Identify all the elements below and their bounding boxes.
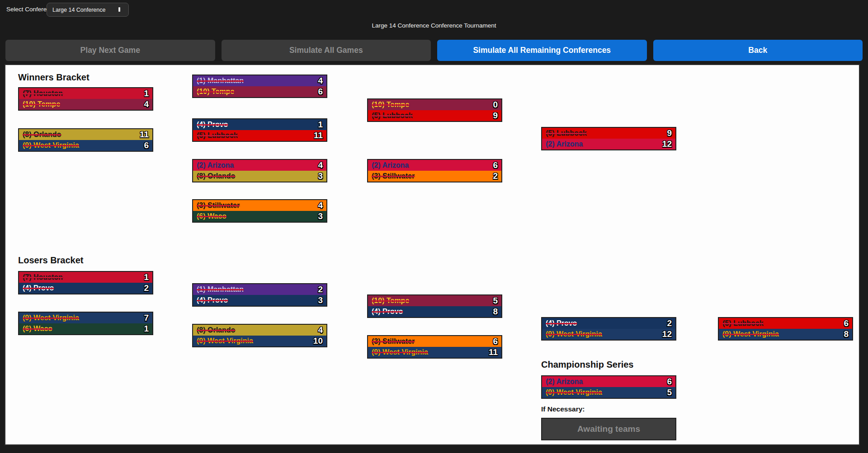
team-row: (5) Lubbock6 <box>719 318 852 329</box>
team-label: (8) Orlando <box>197 172 235 180</box>
dropdown-caret-icon <box>118 7 120 12</box>
team-score: 4 <box>318 160 323 170</box>
team-row: (5) Lubbock9 <box>368 110 501 121</box>
team-label: (5) Lubbock <box>372 112 413 120</box>
team-row: (3) Stillwater2 <box>368 171 501 182</box>
team-score: 1 <box>144 272 149 282</box>
matchup-w7: (10) Tempe0(5) Lubbock9 <box>367 98 502 122</box>
team-label: (10) Tempe <box>372 101 409 109</box>
team-label: (5) Lubbock <box>197 131 238 140</box>
team-score: 1 <box>318 120 323 130</box>
team-row: (9) West Virginia10 <box>193 336 326 346</box>
simulate-all-remaining-conferences-button[interactable]: Simulate All Remaining Conferences <box>437 40 647 61</box>
team-score: 6 <box>493 336 498 346</box>
team-score: 0 <box>493 100 498 110</box>
simulate-all-games-button[interactable]: Simulate All Games <box>222 40 431 61</box>
team-row: (3) Stillwater6 <box>368 336 501 347</box>
team-row: (7) Houston1 <box>19 272 152 283</box>
team-row: (5) Lubbock9 <box>542 128 675 139</box>
team-row: (1) Manhattan2 <box>193 284 326 295</box>
matchup-l3: (1) Manhattan2(4) Provo3 <box>192 283 327 307</box>
team-row: (9) West Virginia11 <box>368 347 501 358</box>
team-row: (4) Provo1 <box>193 119 326 130</box>
page-title: Large 14 Conference Conference Tournamen… <box>0 20 868 32</box>
team-label: (10) Tempe <box>197 88 234 96</box>
matchup-l1: (7) Houston1(4) Provo2 <box>18 271 153 294</box>
team-score: 6 <box>493 160 498 170</box>
team-row: (9) West Virginia6 <box>19 140 152 151</box>
team-score: 4 <box>318 325 323 335</box>
back-button[interactable]: Back <box>653 40 863 61</box>
team-label: (10) Tempe <box>372 297 409 305</box>
matchup-w1: (7) Houston1(10) Tempe4 <box>18 87 153 111</box>
matchup-w8: (2) Arizona6(3) Stillwater2 <box>367 159 502 182</box>
team-label: (8) Orlando <box>23 131 61 139</box>
team-row: (8) Orlando4 <box>193 325 326 336</box>
team-row: (10) Tempe0 <box>368 99 501 110</box>
team-score: 1 <box>144 89 149 98</box>
team-row: (3) Stillwater4 <box>193 200 326 211</box>
team-label: (3) Stillwater <box>197 201 240 210</box>
team-row: (10) Tempe4 <box>19 99 152 110</box>
matchup-w6: (3) Stillwater4(6) Waco3 <box>192 199 327 223</box>
top-bar: Select Conference: Large 14 Conference <box>0 0 868 20</box>
app-window: Select Conference: Large 14 Conference L… <box>0 0 868 453</box>
team-label: (9) West Virginia <box>23 141 79 149</box>
team-row: (2) Arizona12 <box>542 139 675 149</box>
bracket-panel: Winners Bracket Losers Bracket Champions… <box>5 64 860 445</box>
team-label: (3) Stillwater <box>372 337 415 346</box>
team-label: (9) West Virginia <box>197 337 253 345</box>
team-row: (2) Arizona6 <box>368 160 501 171</box>
team-score: 6 <box>318 87 323 97</box>
team-row: (10) Tempe5 <box>368 295 501 306</box>
team-label: (8) Orlando <box>197 326 235 334</box>
team-score: 7 <box>144 313 149 323</box>
team-score: 11 <box>140 130 149 140</box>
team-label: (5) Lubbock <box>722 319 764 327</box>
team-label: (10) Tempe <box>23 100 60 108</box>
team-row: (9) West Virginia7 <box>19 313 152 323</box>
team-score: 1 <box>144 324 149 334</box>
matchup-ch1: (2) Arizona6(9) West Virginia5 <box>541 375 676 399</box>
if-necessary-label: If Necessary: <box>541 405 585 413</box>
team-score: 9 <box>667 128 672 138</box>
team-label: (9) West Virginia <box>546 330 602 338</box>
team-score: 12 <box>662 139 672 149</box>
matchup-l6: (3) Stillwater6(9) West Virginia11 <box>367 335 502 359</box>
awaiting-teams-label: Awaiting teams <box>577 424 640 434</box>
team-label: (2) Arizona <box>197 161 234 169</box>
team-score: 2 <box>667 318 672 328</box>
team-label: (1) Manhattan <box>197 77 244 85</box>
team-label: (4) Provo <box>546 319 577 327</box>
team-label: (4) Provo <box>23 284 54 292</box>
team-label: (9) West Virginia <box>23 314 79 322</box>
team-score: 5 <box>667 388 672 397</box>
conference-dropdown[interactable]: Large 14 Conference <box>47 3 129 17</box>
team-row: (9) West Virginia5 <box>542 387 675 398</box>
team-row: (8) Orlando3 <box>193 171 326 182</box>
team-label: (9) West Virginia <box>372 348 428 356</box>
team-row: (4) Provo3 <box>193 295 326 306</box>
championship-series-heading: Championship Series <box>541 360 634 370</box>
matchup-l2: (9) West Virginia7(6) Waco1 <box>18 312 153 335</box>
team-score: 3 <box>318 295 323 305</box>
team-score: 2 <box>144 283 149 293</box>
team-label: (1) Manhattan <box>197 285 244 294</box>
team-score: 8 <box>493 307 498 317</box>
team-label: (6) Waco <box>197 212 226 220</box>
team-score: 11 <box>314 131 323 140</box>
team-label: (2) Arizona <box>372 161 409 169</box>
conference-dropdown-value: Large 14 Conference <box>52 7 105 13</box>
team-score: 3 <box>318 171 323 181</box>
team-label: (4) Provo <box>372 308 403 316</box>
matchup-l7: (4) Provo2(9) West Virginia12 <box>541 317 676 341</box>
matchup-w4: (4) Provo1(5) Lubbock11 <box>192 118 327 142</box>
team-score: 12 <box>662 329 672 339</box>
team-row: (9) West Virginia8 <box>719 329 852 340</box>
team-score: 4 <box>144 99 149 109</box>
team-row: (7) Houston1 <box>19 88 152 99</box>
team-score: 6 <box>844 318 849 328</box>
play-next-game-button[interactable]: Play Next Game <box>5 40 215 61</box>
team-row: (1) Manhattan4 <box>193 75 326 86</box>
matchup-w2: (8) Orlando11(9) West Virginia6 <box>18 128 153 152</box>
